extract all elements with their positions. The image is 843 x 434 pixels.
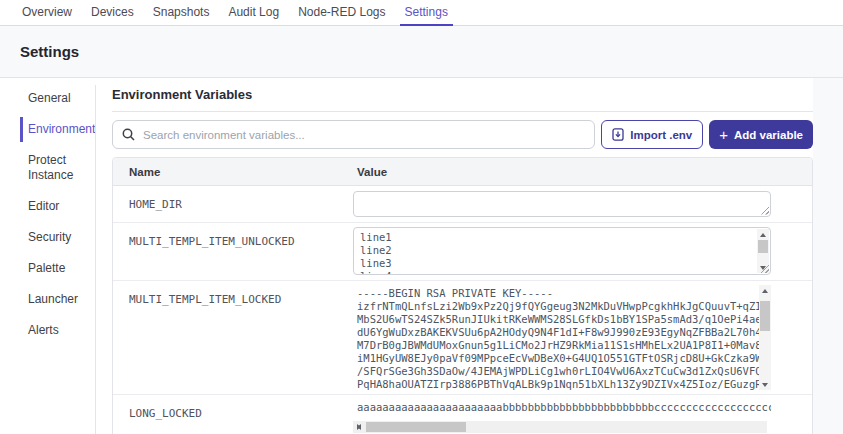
- env-var-value-cell: [353, 186, 771, 222]
- env-var-value-cell: aaaaaaaaaaaaaaaaaaaaaaabbbbbbbbbbbbbbbbb…: [353, 395, 771, 434]
- tab-snapshots[interactable]: Snapshots: [151, 0, 212, 25]
- env-var-value-locked: -----BEGIN RSA PRIVATE KEY----- izfrNTmQ…: [353, 281, 771, 395]
- magnifier-icon: [122, 128, 135, 141]
- add-variable-button[interactable]: + Add variable: [709, 120, 813, 149]
- search-placeholder: Search environment variables...: [143, 129, 305, 141]
- column-header-value: Value: [353, 166, 387, 178]
- sidebar-item-protect-instance[interactable]: Protect Instance: [20, 153, 92, 183]
- tab-overview[interactable]: Overview: [20, 0, 74, 25]
- table-body: HOME_DIRMULTI_TEMPL_ITEM_UNLOCKEDline1 l…: [113, 186, 812, 434]
- env-var-value-locked: aaaaaaaaaaaaaaaaaaaaaaabbbbbbbbbbbbbbbbb…: [353, 395, 771, 414]
- settings-card: GeneralEnvironmentProtect InstanceEditor…: [0, 78, 813, 434]
- sidebar-item-security[interactable]: Security: [20, 230, 92, 245]
- env-var-value-cell: -----BEGIN RSA PRIVATE KEY----- izfrNTmQ…: [353, 281, 771, 394]
- sidebar-item-editor[interactable]: Editor: [20, 199, 92, 214]
- tab-audit-log[interactable]: Audit Log: [226, 0, 281, 25]
- table-row-long-locked: LONG_LOCKEDaaaaaaaaaaaaaaaaaaaaaaabbbbbb…: [113, 395, 812, 434]
- env-var-name: MULTI_TEMPL_ITEM_UNLOCKED: [113, 223, 353, 280]
- sidebar-item-general[interactable]: General: [20, 91, 92, 106]
- textarea-text: line1 line2 line3 line4: [354, 228, 770, 274]
- environment-panel: Environment Variables Search environment…: [112, 78, 813, 434]
- scroll-down-arrow[interactable]: [759, 379, 771, 390]
- table-row-home-dir: HOME_DIR: [113, 186, 812, 223]
- scroll-up-arrow[interactable]: [757, 229, 769, 240]
- env-toolbar: Search environment variables... Import .…: [112, 120, 813, 149]
- page-header: Settings: [0, 26, 843, 78]
- horizontal-scrollbar[interactable]: [353, 421, 767, 433]
- env-var-value-cell: line1 line2 line3 line4: [353, 223, 771, 280]
- textarea-text: [354, 192, 770, 216]
- sidebar-divider: [95, 85, 96, 434]
- scroll-up-arrow[interactable]: [759, 285, 771, 296]
- scroll-right-arrow[interactable]: [353, 421, 364, 433]
- env-var-value-textarea[interactable]: [353, 191, 771, 217]
- add-variable-label: Add variable: [734, 129, 803, 141]
- column-header-name: Name: [113, 166, 353, 178]
- sidebar-item-launcher[interactable]: Launcher: [20, 292, 92, 307]
- tab-settings[interactable]: Settings: [403, 0, 450, 25]
- panel-title: Environment Variables: [112, 78, 813, 112]
- scroll-thumb[interactable]: [760, 301, 770, 331]
- sidebar-item-environment[interactable]: Environment: [20, 122, 92, 137]
- table-row-multi-templ-item-locked: MULTI_TEMPL_ITEM_LOCKED-----BEGIN RSA PR…: [113, 281, 812, 395]
- content-area: GeneralEnvironmentProtect InstanceEditor…: [0, 78, 843, 434]
- settings-sidebar: GeneralEnvironmentProtect InstanceEditor…: [20, 91, 92, 354]
- page-title: Settings: [20, 43, 79, 60]
- scroll-thumb[interactable]: [758, 240, 768, 253]
- tab-node-red-logs[interactable]: Node-RED Logs: [296, 0, 387, 25]
- plus-icon: +: [719, 127, 728, 142]
- table-row-multi-templ-item-unlocked: MULTI_TEMPL_ITEM_UNLOCKEDline1 line2 lin…: [113, 223, 812, 281]
- table-header-row: Name Value: [113, 158, 812, 186]
- tab-devices[interactable]: Devices: [89, 0, 136, 25]
- sidebar-item-alerts[interactable]: Alerts: [20, 323, 92, 338]
- search-input[interactable]: Search environment variables...: [112, 120, 595, 149]
- scroll-thumb[interactable]: [366, 422, 466, 432]
- sidebar-item-palette[interactable]: Palette: [20, 261, 92, 276]
- env-var-name: MULTI_TEMPL_ITEM_LOCKED: [113, 281, 353, 394]
- import-env-button[interactable]: Import .env: [601, 120, 703, 149]
- import-env-label: Import .env: [630, 129, 692, 141]
- env-var-name: LONG_LOCKED: [113, 395, 353, 434]
- env-var-name: HOME_DIR: [113, 186, 353, 222]
- import-file-icon: [612, 128, 624, 141]
- env-variables-table: Name Value HOME_DIRMULTI_TEMPL_ITEM_UNLO…: [112, 157, 813, 434]
- tab-bar: OverviewDevicesSnapshotsAudit LogNode-RE…: [0, 0, 843, 26]
- vertical-scrollbar[interactable]: [759, 285, 771, 390]
- env-var-value-textarea[interactable]: line1 line2 line3 line4: [353, 227, 771, 275]
